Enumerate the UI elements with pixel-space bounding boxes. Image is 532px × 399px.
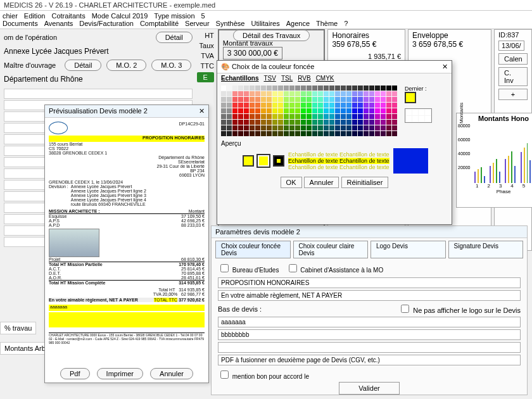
prop-input[interactable]	[218, 277, 521, 288]
hono-title: Honoraires	[332, 31, 401, 40]
menu-bar: chierEditionCotraitantsMode Calcul 2019T…	[0, 11, 532, 29]
mo2-button[interactable]: M.O. 2	[106, 60, 146, 71]
nologo-check[interactable]: Ne pas afficher le logo sur le Devis	[398, 303, 521, 315]
recent-swatch[interactable]	[405, 92, 416, 103]
menu-item[interactable]: Avenants	[44, 20, 73, 27]
id-label: ID:837	[498, 31, 528, 39]
hono-extra2: 1 935,71 €	[332, 53, 401, 60]
plus-button[interactable]: +	[498, 89, 528, 100]
b-input[interactable]	[218, 329, 521, 340]
chart-title: Montants Hono	[458, 115, 532, 122]
pdf-input[interactable]	[218, 355, 521, 365]
light-color-button[interactable]: Choix couleur claire Devis	[293, 241, 369, 258]
preview-close-icon[interactable]: ✕	[199, 107, 205, 115]
cancel-preview-button[interactable]: Annuler	[150, 368, 193, 379]
taux-label: Taux	[196, 42, 214, 49]
hono-amount: 359 678,55 €	[332, 40, 401, 49]
mo-detail-button[interactable]: Détail	[65, 60, 101, 71]
apercu-row: Echantillon de texte Echantillon de text…	[243, 148, 452, 174]
operation-value: Annexe Lycée Jacques Prévert	[4, 47, 193, 56]
ok-button[interactable]: OK	[281, 177, 302, 188]
color-dialog: 🎨 Choix de la couleur foncée ✕ Echantill…	[217, 60, 452, 225]
menu-item[interactable]: Edition	[24, 12, 46, 20]
operation-label: om de l'opération	[4, 34, 57, 41]
menu-item[interactable]: Serveur	[185, 20, 210, 27]
menu-item[interactable]: Mode Calcul 2019	[92, 12, 148, 20]
preview-title: Prévisualisation Devis modèle 2	[49, 107, 148, 115]
ht-label: HT	[196, 32, 214, 39]
bas-label: Bas de devis :	[218, 305, 262, 313]
env-title: Enveloppe	[412, 31, 487, 40]
recent-label: Dernier :	[405, 86, 432, 92]
mention-check[interactable]: mention bon pour accord le	[218, 373, 309, 380]
menu-item[interactable]: Comptabilité	[140, 20, 179, 27]
energy-tag: E	[197, 72, 214, 82]
mo3-button[interactable]: M.O. 3	[151, 60, 191, 71]
color-close-icon[interactable]: ✕	[442, 63, 448, 71]
operation-detail-button[interactable]: Détail	[156, 32, 193, 43]
apercu-label: Aperçu	[221, 140, 448, 147]
color-tab[interactable]: CMYK	[316, 75, 334, 82]
menu-item[interactable]: Cotraitants	[51, 12, 85, 20]
print-button[interactable]: Imprimer	[97, 368, 143, 379]
color-title: Choix de la couleur foncée	[232, 63, 314, 70]
color-tab[interactable]: RVB	[298, 75, 310, 82]
calen-button[interactable]: Calen	[498, 53, 528, 65]
logo-button[interactable]: Logo Devis	[370, 241, 446, 258]
menu-item[interactable]: chier	[3, 12, 18, 20]
id-date[interactable]: 13/06/	[498, 41, 524, 51]
signature-button[interactable]: Signature Devis	[448, 241, 524, 258]
color-tab[interactable]: TSL	[281, 75, 293, 82]
cabinet-check[interactable]: Cabinet d'Assistance à la MO	[286, 267, 384, 274]
menu-item[interactable]: Synthèse	[216, 20, 245, 27]
menu-item[interactable]: Thème	[316, 20, 338, 27]
bureau-check[interactable]: Bureau d'Etudes	[218, 267, 279, 274]
chart-bars	[474, 126, 532, 183]
cinv-button[interactable]: C. Inv	[498, 67, 528, 86]
pdf-button[interactable]: Pdf	[60, 368, 90, 379]
palette-icon: 🎨	[221, 63, 230, 70]
color-tab[interactable]: Echantillons	[221, 75, 258, 82]
menu-item[interactable]: ?	[344, 20, 348, 27]
params-panel: Paramètres devis modèle 2 Choix couleur …	[211, 225, 528, 395]
dept-value: Département du Rhône	[4, 75, 193, 84]
menu-item[interactable]: Agence	[286, 20, 310, 27]
pct-travaux-label: % travau	[0, 322, 36, 334]
window-title: MEDICIS 26 - V 26.19 - CHARLET ARCHITECT…	[0, 0, 532, 11]
empty1-input[interactable]	[218, 342, 521, 353]
chart-ylabel: Montants	[459, 103, 464, 124]
travaux-amount: 3 300 000,00 €	[223, 47, 282, 60]
dark-color-button[interactable]: Choix couleur foncée Devis	[215, 241, 291, 258]
params-title: Paramètres devis modèle 2	[212, 226, 527, 238]
montants-arb-label: Montants Arb	[0, 342, 50, 355]
chart-box: Montants Hono 80000 60000 40000 20000 Mo…	[456, 113, 532, 208]
menu-item[interactable]: Devis/Facturation	[79, 20, 134, 27]
env-amount: 3 659 678,55 €	[412, 40, 487, 49]
color-tab[interactable]: TSV	[263, 75, 276, 82]
menu-item[interactable]: Type mission	[154, 12, 194, 20]
chart-xlabel: Phase	[458, 189, 532, 194]
cancel-button[interactable]: Annuler	[304, 177, 339, 188]
ttc-label: TTC	[196, 62, 214, 70]
mo-label: Maître d'ouvrage	[4, 61, 56, 69]
valider-button[interactable]: Valider	[339, 382, 399, 395]
pay-input[interactable]	[218, 290, 521, 301]
preview-window: Prévisualisation Devis modèle 2 ✕ DP14C2…	[44, 104, 209, 383]
menu-item[interactable]: Utilitaires	[251, 20, 279, 27]
tva-label: TVA	[196, 52, 214, 60]
color-palette[interactable]	[221, 86, 397, 136]
a-input[interactable]	[218, 317, 521, 327]
preview-doc: DP14C29-01 PROPOSITION HONORAIRES 155 co…	[45, 118, 208, 348]
reset-button[interactable]: Réinitialiser	[341, 177, 389, 188]
